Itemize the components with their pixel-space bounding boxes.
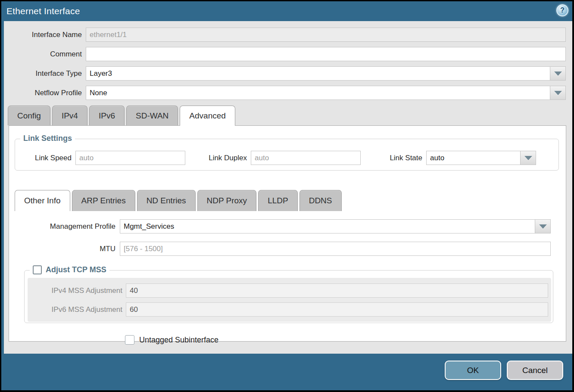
tab-lldp[interactable]: LLDP <box>258 190 298 211</box>
adjust-tcp-mss-legend-label: Adjust TCP MSS <box>46 265 106 274</box>
mtu-row: MTU <box>9 242 566 256</box>
link-state-dropdown-button[interactable] <box>520 151 536 165</box>
interface-name-field <box>86 28 566 42</box>
management-profile-dropdown-button[interactable] <box>535 220 550 233</box>
tab-sd-wan[interactable]: SD-WAN <box>126 106 178 125</box>
ipv6-mss-label: IPv6 MSS Adjustment <box>28 305 126 314</box>
tab-arp-entries[interactable]: ARP Entries <box>72 190 135 211</box>
cancel-button[interactable]: Cancel <box>507 361 563 380</box>
ok-button[interactable]: OK <box>445 361 501 380</box>
link-speed-field[interactable] <box>75 151 185 165</box>
chevron-down-icon <box>554 72 562 76</box>
comment-field[interactable] <box>86 47 566 61</box>
link-state-select[interactable]: auto <box>426 151 536 165</box>
interface-type-value: Layer3 <box>86 67 550 80</box>
management-profile-label: Management Profile <box>9 222 120 231</box>
tab-ddns[interactable]: DDNS <box>299 190 342 211</box>
ipv4-mss-row: IPv4 MSS Adjustment <box>28 283 551 298</box>
link-settings-row: Link Speed Link Duplex Link State auto <box>15 151 558 165</box>
ethernet-interface-dialog: Ethernet Interface ? Interface Name Comm… <box>0 0 574 392</box>
netflow-profile-row: Netflow Profile None <box>4 86 566 100</box>
tab-ipv6[interactable]: IPv6 <box>89 106 125 125</box>
dialog-title: Ethernet Interface <box>6 6 80 16</box>
mtu-label: MTU <box>9 245 120 253</box>
tab-ndp-proxy[interactable]: NDP Proxy <box>197 190 257 211</box>
dialog-frame: Ethernet Interface ? Interface Name Comm… <box>1 1 572 390</box>
link-duplex-label: Link Duplex <box>185 154 251 162</box>
interface-type-dropdown-button[interactable] <box>550 67 565 80</box>
comment-row: Comment <box>4 47 566 61</box>
chevron-down-icon <box>539 224 547 229</box>
tab-config[interactable]: Config <box>8 106 50 125</box>
interface-type-row: Interface Type Layer3 <box>4 66 566 81</box>
tab-advanced[interactable]: Advanced <box>180 106 235 125</box>
comment-label: Comment <box>4 50 86 59</box>
ipv4-mss-field <box>126 283 548 298</box>
chevron-down-icon <box>524 156 532 160</box>
link-state-label: Link State <box>361 154 426 162</box>
link-settings-fieldset: Link Settings Link Speed Link Duplex Lin… <box>15 139 559 171</box>
management-profile-value: Mgmt_Services <box>120 220 535 233</box>
adjust-tcp-mss-fieldset: Adjust TCP MSS IPv4 MSS Adjustment IPv6 … <box>24 270 553 323</box>
help-icon[interactable]: ? <box>556 4 568 16</box>
ipv4-mss-label: IPv4 MSS Adjustment <box>28 286 126 295</box>
link-duplex-field[interactable] <box>251 151 361 165</box>
adjust-tcp-mss-legend: Adjust TCP MSS <box>30 265 109 274</box>
interface-name-label: Interface Name <box>4 31 86 39</box>
netflow-profile-dropdown-button[interactable] <box>550 86 565 100</box>
adjust-tcp-mss-checkbox[interactable] <box>33 265 42 274</box>
netflow-profile-value: None <box>86 86 550 100</box>
mtu-field[interactable] <box>120 242 551 256</box>
title-bar: Ethernet Interface ? <box>1 1 572 21</box>
management-profile-row: Management Profile Mgmt_Services <box>9 219 566 233</box>
main-tabs: Config IPv4 IPv6 SD-WAN Advanced <box>8 106 572 125</box>
untagged-subinterface-label: Untagged Subinterface <box>139 336 218 345</box>
tab-other-info[interactable]: Other Info <box>15 190 70 211</box>
top-form: Interface Name Comment Interface Type La… <box>4 21 572 100</box>
ipv6-mss-field <box>126 302 548 317</box>
netflow-profile-select[interactable]: None <box>86 86 566 100</box>
management-profile-select[interactable]: Mgmt_Services <box>120 219 551 233</box>
netflow-profile-label: Netflow Profile <box>4 89 86 97</box>
footer-bar: OK Cancel <box>1 354 572 390</box>
ipv6-mss-row: IPv6 MSS Adjustment <box>28 302 551 317</box>
link-state-value: auto <box>427 151 520 165</box>
untagged-subinterface-row: Untagged Subinterface <box>125 335 566 345</box>
tab-ipv4[interactable]: IPv4 <box>52 106 87 125</box>
chevron-down-icon <box>554 91 562 95</box>
interface-type-label: Interface Type <box>4 69 86 78</box>
link-settings-legend: Link Settings <box>20 134 75 143</box>
sub-tabs: Other Info ARP Entries ND Entries NDP Pr… <box>15 190 566 211</box>
mss-disabled-panel: IPv4 MSS Adjustment IPv6 MSS Adjustment <box>28 278 551 322</box>
link-speed-label: Link Speed <box>15 154 75 162</box>
interface-type-select[interactable]: Layer3 <box>86 66 566 81</box>
interface-name-row: Interface Name <box>4 28 566 42</box>
advanced-tab-panel: Link Settings Link Speed Link Duplex Lin… <box>9 125 566 342</box>
tab-nd-entries[interactable]: ND Entries <box>137 190 196 211</box>
untagged-subinterface-checkbox[interactable] <box>125 335 134 345</box>
dialog-body: Interface Name Comment Interface Type La… <box>4 21 572 354</box>
